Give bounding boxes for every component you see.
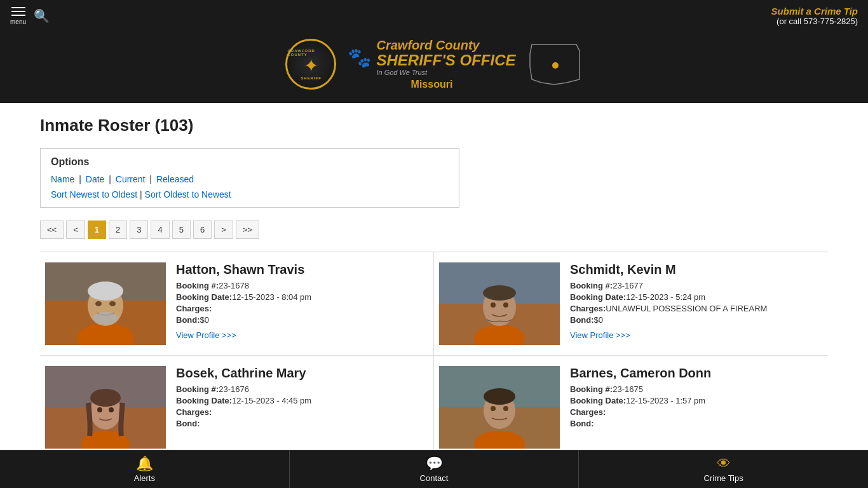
badge-top-text: CRAWFORD COUNTY (287, 49, 334, 57)
svg-point-9 (93, 312, 118, 325)
svg-point-30 (503, 406, 508, 411)
page-next[interactable]: > (214, 220, 233, 239)
menu-label: menu (10, 18, 26, 25)
inmate-name-barnes: Barnes, Cameron Donn (570, 366, 823, 381)
menu-button[interactable]: menu (10, 7, 26, 25)
contact-icon: 💬 (426, 456, 443, 472)
inmate-charges-bosek: Charges: (176, 407, 428, 417)
county-name: Crawford County (376, 38, 515, 52)
inmate-name-schmidt: Schmidt, Kevin M (570, 262, 823, 277)
filter-links: Name | Date | Current | Released (51, 174, 449, 184)
inmate-name-bosek: Bosek, Cathrine Mary (176, 366, 428, 381)
office-name: SHERIFF'S OFFICE (376, 52, 515, 69)
filter-name[interactable]: Name (51, 174, 74, 184)
filter-date[interactable]: Date (86, 174, 105, 184)
inmate-card-hatton: Hatton, Shawn Travis Booking #:23-1678 B… (40, 252, 434, 356)
inmate-booking-date-bosek: Booking Date:12-15-2023 - 4:45 pm (176, 396, 428, 405)
inmate-booking-num-barnes: Booking #:23-1675 (570, 384, 823, 394)
sheriff-badge: CRAWFORD COUNTY ✦ SHERIFF (285, 39, 336, 90)
inmate-bond-barnes: Bond: (570, 419, 823, 428)
inmate-card-bosek: Bosek, Cathrine Mary Booking #:23-1676 B… (40, 356, 434, 459)
options-box: Options Name | Date | Current | Released… (40, 148, 459, 208)
svg-point-7 (95, 301, 102, 306)
filter-current[interactable]: Current (116, 174, 146, 184)
page-last[interactable]: >> (236, 220, 259, 239)
inmate-booking-date-hatton: Booking Date:12-15-2023 - 8:04 pm (176, 292, 428, 302)
nav-alerts[interactable]: 🔔 Alerts (0, 451, 290, 488)
badge-star-icon: ✦ (304, 57, 318, 76)
inmate-booking-num-bosek: Booking #:23-1676 (176, 384, 428, 394)
crime-tip-link[interactable]: Submit a Crime Tip (771, 6, 858, 17)
sort-links: Sort Newest to Oldest | Sort Oldest to N… (51, 189, 449, 200)
svg-point-21 (90, 389, 121, 407)
page-title: Inmate Roster (103) (40, 116, 828, 135)
svg-point-8 (109, 301, 116, 306)
sort-newest[interactable]: Sort Newest to Oldest (51, 189, 137, 200)
svg-point-22 (97, 407, 102, 412)
contact-label: Contact (420, 473, 449, 483)
inmate-card-barnes: Barnes, Cameron Donn Booking #:23-1675 B… (434, 356, 828, 459)
sheriff-animal-icon: 🐾 (348, 46, 371, 69)
filter-released[interactable]: Released (156, 174, 194, 184)
inmate-info-barnes: Barnes, Cameron Donn Booking #:23-1675 B… (570, 366, 823, 449)
inmate-photo-hatton (45, 262, 166, 345)
state-name: Missouri (348, 79, 515, 90)
options-title: Options (51, 156, 449, 168)
view-profile-hatton[interactable]: View Profile >>> (176, 330, 236, 340)
svg-point-16 (503, 302, 508, 308)
mo-map (529, 41, 583, 88)
crime-tips-label: Crime Tips (704, 473, 743, 483)
page-first[interactable]: << (40, 220, 64, 239)
page-2[interactable]: 2 (109, 220, 127, 239)
inmate-bond-schmidt: Bond:$0 (570, 315, 823, 325)
inmate-bond-bosek: Bond: (176, 419, 428, 428)
page-6[interactable]: 6 (193, 220, 212, 239)
alerts-icon: 🔔 (136, 456, 153, 472)
inmate-grid: Hatton, Shawn Travis Booking #:23-1678 B… (40, 252, 828, 459)
logo-text: 🐾 Crawford County SHERIFF'S OFFICE In Go… (348, 38, 515, 90)
office-tagline: In God We Trust (376, 69, 515, 76)
svg-point-15 (491, 302, 496, 308)
main-content: Inmate Roster (103) Options Name | Date … (21, 103, 847, 472)
svg-point-1 (552, 62, 559, 69)
page-5[interactable]: 5 (172, 220, 191, 239)
crime-tips-icon: 👁 (717, 456, 731, 472)
nav-contact[interactable]: 💬 Contact (290, 451, 580, 488)
pagination: << < 1 2 3 4 5 6 > >> (40, 220, 828, 239)
alerts-label: Alerts (134, 473, 155, 483)
inmate-booking-num-schmidt: Booking #:23-1677 (570, 281, 823, 290)
header-left: menu 🔍 (10, 7, 50, 25)
inmate-info-hatton: Hatton, Shawn Travis Booking #:23-1678 B… (176, 262, 428, 345)
inmate-booking-date-barnes: Booking Date:12-15-2023 - 1:57 pm (570, 396, 823, 405)
inmate-charges-barnes: Charges: (570, 407, 823, 417)
svg-point-29 (491, 406, 496, 411)
inmate-booking-date-schmidt: Booking Date:12-15-2023 - 5:24 pm (570, 292, 823, 302)
inmate-charges-schmidt: Charges:UNLAWFUL POSSESSION OF A FIREARM (570, 304, 823, 313)
inmate-photo-barnes (439, 366, 560, 449)
inmate-photo-schmidt (439, 262, 560, 345)
bottom-nav: 🔔 Alerts 💬 Contact 👁 Crime Tips (0, 450, 868, 488)
page-1[interactable]: 1 (88, 220, 106, 239)
inmate-name-hatton: Hatton, Shawn Travis (176, 262, 428, 277)
crime-tip-phone: (or call 573-775-2825) (771, 17, 858, 26)
page-3[interactable]: 3 (130, 220, 148, 239)
svg-point-6 (88, 281, 123, 301)
view-profile-schmidt[interactable]: View Profile >>> (570, 330, 630, 340)
svg-point-28 (484, 388, 515, 405)
logo-banner: CRAWFORD COUNTY ✦ SHERIFF 🐾 Crawford Cou… (0, 32, 868, 103)
inmate-card-schmidt: Schmidt, Kevin M Booking #:23-1677 Booki… (434, 252, 828, 356)
search-icon[interactable]: 🔍 (34, 8, 50, 24)
crime-tip-area: Submit a Crime Tip (or call 573-775-2825… (771, 6, 858, 26)
inmate-photo-bosek (45, 366, 166, 449)
sort-oldest[interactable]: Sort Oldest to Newest (145, 189, 231, 200)
inmate-booking-num-hatton: Booking #:23-1678 (176, 281, 428, 290)
badge-bottom-text: SHERIFF (301, 76, 322, 80)
inmate-info-schmidt: Schmidt, Kevin M Booking #:23-1677 Booki… (570, 262, 823, 345)
nav-crime-tips[interactable]: 👁 Crime Tips (579, 451, 868, 488)
inmate-bond-hatton: Bond:$0 (176, 315, 428, 325)
svg-point-14 (483, 285, 516, 301)
page-4[interactable]: 4 (151, 220, 169, 239)
page-prev[interactable]: < (66, 220, 85, 239)
inmate-info-bosek: Bosek, Cathrine Mary Booking #:23-1676 B… (176, 366, 428, 449)
inmate-charges-hatton: Charges: (176, 304, 428, 313)
